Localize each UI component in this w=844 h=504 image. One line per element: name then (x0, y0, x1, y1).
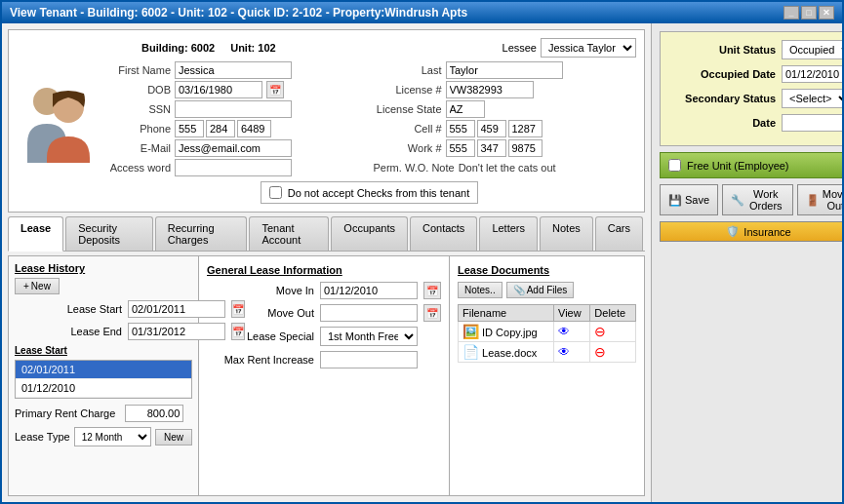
tab-contacts[interactable]: Contacts (410, 216, 477, 251)
last-name-row: Last (374, 61, 637, 79)
license-input[interactable] (446, 81, 534, 98)
free-unit-button[interactable]: Free Unit (Employee) (660, 152, 842, 178)
license-state-input[interactable] (446, 100, 485, 118)
lease-type-new-button[interactable]: New (155, 429, 192, 446)
file-name-1: Lease.docx (482, 347, 537, 359)
move-out-input[interactable] (320, 304, 418, 322)
phone-mid-input[interactable] (206, 120, 235, 137)
cell-last-input[interactable] (508, 120, 543, 137)
save-button[interactable]: 💾 Save (660, 184, 718, 215)
license-row: License # (374, 81, 637, 98)
view-file-0[interactable]: 👁 (558, 325, 570, 338)
perm-wo-value: Don't let the cats out (459, 162, 556, 174)
free-unit-label: Free Unit (Employee) (687, 160, 789, 172)
lease-date-item-0[interactable]: 02/01/2011 (16, 361, 191, 379)
occupied-date-input[interactable] (782, 65, 842, 83)
lease-end-label: Lease End (15, 326, 122, 337)
dob-input[interactable] (175, 81, 262, 98)
move-out-row: Move Out 📅 (207, 304, 441, 322)
dob-label: DOB (102, 84, 171, 96)
no-checks-row[interactable]: Do not accept Checks from this tenant (261, 181, 478, 204)
general-lease-title: General Lease Information (207, 264, 441, 276)
add-files-button[interactable]: 📎 Add Files (506, 282, 575, 298)
max-rent-input[interactable] (320, 351, 418, 368)
cell-area-input[interactable] (446, 120, 475, 137)
phone-area-input[interactable] (175, 120, 204, 137)
move-out-calendar[interactable]: 📅 (423, 304, 441, 322)
tab-cars[interactable]: Cars (595, 216, 643, 251)
lease-special-label: Lease Special (207, 330, 314, 342)
right-status-panel: Unit Status Occupied Occupied Date 📅 Sec… (651, 23, 842, 502)
cell-group (446, 120, 543, 137)
email-input[interactable] (175, 139, 292, 157)
tab-letters[interactable]: Letters (479, 216, 538, 251)
table-row: 🖼️ ID Copy.jpg 👁 ⊖ (459, 322, 636, 342)
restore-button[interactable]: □ (801, 6, 817, 19)
work-row: Work # (374, 139, 637, 157)
lease-history-panel: Lease History + New Lease Start 📅 (9, 256, 199, 495)
license-label: License # (374, 84, 442, 96)
secondary-status-label: Secondary Status (668, 93, 776, 104)
perm-wo-label: Perm. W.O. Note (374, 162, 455, 174)
work-last-input[interactable] (508, 139, 543, 157)
title-bar-buttons: _ □ ✕ (784, 6, 834, 19)
free-unit-checkbox[interactable] (668, 159, 681, 172)
dob-calendar-button[interactable]: 📅 (266, 81, 284, 98)
move-in-calendar[interactable]: 📅 (423, 282, 441, 299)
new-lease-button[interactable]: + New (15, 278, 60, 294)
secondary-status-select[interactable]: <Select> (782, 89, 842, 108)
delete-file-0[interactable]: ⊖ (594, 324, 606, 339)
tab-recurring[interactable]: Recurring Charges (155, 216, 248, 251)
lease-type-select[interactable]: 12 Month (74, 427, 151, 446)
last-name-input[interactable] (446, 61, 563, 79)
lessee-label: Lessee (502, 42, 537, 54)
work-orders-button[interactable]: 🔧 Work Orders (722, 184, 792, 215)
move-out-button[interactable]: 🚪 Move Out (797, 184, 842, 215)
tab-security[interactable]: Security Deposits (65, 216, 153, 251)
work-area-input[interactable] (446, 139, 475, 157)
phone-last-input[interactable] (237, 120, 271, 137)
insurance-icon: 🛡️ (726, 225, 740, 238)
primary-rent-row: Primary Rent Charge (15, 405, 192, 422)
date-input[interactable] (782, 114, 842, 132)
primary-rent-input[interactable] (125, 405, 183, 422)
ssn-row: SSN (102, 100, 366, 118)
unit-status-select[interactable]: Occupied (782, 40, 842, 59)
lease-special-select[interactable]: 1st Month Free (320, 327, 418, 346)
access-input[interactable] (175, 159, 292, 176)
tab-notes[interactable]: Notes (540, 216, 593, 251)
lease-start-label: Lease Start (15, 303, 122, 315)
move-in-input[interactable] (320, 282, 418, 299)
lease-date-item-1[interactable]: 01/12/2010 (16, 379, 191, 398)
tab-lease[interactable]: Lease (8, 216, 63, 252)
max-rent-row: Max Rent Increase (207, 351, 441, 368)
ssn-label: SSN (102, 103, 171, 115)
lease-end-row: Lease End 📅 (15, 323, 192, 340)
secondary-status-row: Secondary Status <Select> (668, 89, 842, 108)
window-title: View Tenant - Building: 6002 - Unit: 102… (10, 6, 467, 19)
minimize-button[interactable]: _ (784, 6, 799, 19)
col-filename: Filename (459, 305, 554, 322)
lessee-select[interactable]: Jessica Taylor (541, 38, 636, 58)
delete-file-1[interactable]: ⊖ (594, 344, 606, 360)
building-info: Building: 6002 (141, 42, 215, 54)
license-state-row: License State (374, 100, 637, 118)
tab-account[interactable]: Tenant Account (249, 216, 329, 251)
phone-row: Phone (102, 120, 366, 137)
ssn-input[interactable] (175, 100, 292, 118)
notes-button[interactable]: Notes.. (458, 282, 502, 298)
action-buttons: 💾 Save 🔧 Work Orders 🚪 Move Out (660, 184, 842, 215)
cell-mid-input[interactable] (477, 120, 506, 137)
status-section: Unit Status Occupied Occupied Date 📅 Sec… (660, 31, 842, 146)
no-checks-checkbox[interactable] (269, 186, 282, 199)
doc-buttons: Notes.. 📎 Add Files (458, 282, 636, 298)
first-name-input[interactable] (175, 61, 292, 79)
work-mid-input[interactable] (477, 139, 506, 157)
view-file-1[interactable]: 👁 (558, 345, 570, 359)
lease-type-label: Lease Type (15, 431, 70, 443)
close-button[interactable]: ✕ (819, 6, 834, 19)
cell-label: Cell # (374, 123, 442, 135)
col-delete: Delete (590, 305, 636, 322)
insurance-button[interactable]: 🛡️ Insurance (660, 221, 842, 242)
tab-occupants[interactable]: Occupants (331, 216, 408, 251)
